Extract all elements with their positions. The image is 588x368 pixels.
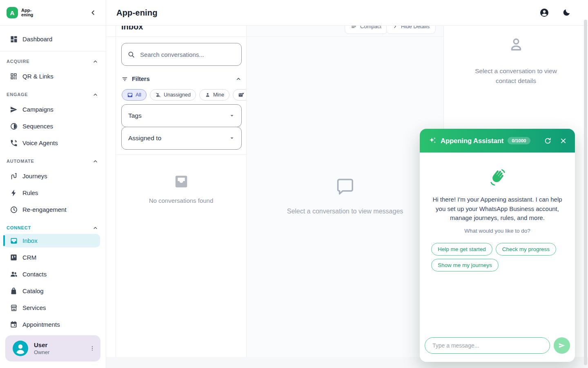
sidebar-item-inbox[interactable]: Inbox xyxy=(3,234,100,247)
chevron-up-icon xyxy=(92,58,98,65)
person-off-icon xyxy=(155,92,161,98)
sidebar-item-qr-links[interactable]: QR & Links xyxy=(0,68,106,85)
account-button[interactable] xyxy=(539,7,550,18)
assistant-prompt: What would you like to do? xyxy=(431,228,564,234)
sidebar-item-catalog[interactable]: Catalog xyxy=(0,283,106,299)
sidebar-item-dashboard[interactable]: Dashboard xyxy=(0,31,106,47)
sidebar-item-label: Re-engagement xyxy=(22,206,67,213)
bolt-icon xyxy=(10,189,18,197)
sidebar-divider xyxy=(0,51,106,52)
sidebar-section-engage[interactable]: ENGAGE xyxy=(0,90,106,99)
chip-label: Mine xyxy=(213,92,224,98)
filter-icon xyxy=(121,76,128,83)
person-icon xyxy=(205,92,211,98)
search-box xyxy=(121,43,242,66)
messages-panel: Compact Hide Details Select a conversati… xyxy=(247,26,444,357)
assistant-widget: Appening Assistant 0/1000 xyxy=(420,129,575,362)
assistant-body: Hi there! I'm your Appening assistant. I… xyxy=(420,153,575,332)
chip-label: All xyxy=(136,92,141,98)
toolbar-divider xyxy=(106,36,444,37)
messages-empty-state: Select a conversation to view messages xyxy=(247,175,443,215)
user-role: Owner xyxy=(34,349,49,355)
suggestion-show-journeys[interactable]: Show me my journeys xyxy=(431,259,499,272)
assistant-message-input[interactable] xyxy=(425,337,550,354)
waving-hand-icon xyxy=(487,167,508,188)
suggestion-check-progress[interactable]: Check my progress xyxy=(496,243,556,256)
filter-chip-mine[interactable]: Mine xyxy=(199,89,229,101)
inbox-list-panel: Inbox Filters xyxy=(116,26,247,357)
clock-icon xyxy=(10,206,18,214)
sidebar-item-label: Campaigns xyxy=(22,106,53,113)
inbox-panel-title: Inbox xyxy=(121,26,143,31)
filter-chip-all[interactable]: All xyxy=(122,89,147,101)
sidebar-item-label: Voice Agents xyxy=(22,139,58,146)
filters-header[interactable]: Filters xyxy=(121,74,242,84)
sidebar-section-automate[interactable]: AUTOMATE xyxy=(0,157,106,166)
user-name: User xyxy=(34,341,49,348)
sidebar-item-crm[interactable]: CRM xyxy=(0,249,106,266)
storefront-icon xyxy=(10,304,18,312)
filters-label: Filters xyxy=(132,76,150,82)
chevron-left-icon xyxy=(89,9,97,16)
assistant-title: Appening Assistant xyxy=(441,137,503,145)
scrollbar-thumb[interactable] xyxy=(584,20,587,365)
sidebar-item-sequences[interactable]: Sequences xyxy=(0,118,106,135)
assistant-close-button[interactable] xyxy=(559,136,568,145)
sidebar: A App- ening Dashboard ACQUIRE xyxy=(0,0,106,368)
tags-select[interactable]: Tags xyxy=(121,104,242,127)
theme-toggle-button[interactable] xyxy=(561,7,572,18)
conversations-empty-text: No conversations found xyxy=(116,197,246,204)
sidebar-item-re-engagement[interactable]: Re-engagement xyxy=(0,201,106,218)
caret-down-icon xyxy=(229,113,235,119)
chevron-up-icon xyxy=(92,92,98,98)
sidebar-item-rules[interactable]: Rules xyxy=(0,184,106,201)
send-icon xyxy=(558,341,566,350)
sidebar-item-services[interactable]: Services xyxy=(0,299,106,316)
sidebar-section-acquire[interactable]: ACQUIRE xyxy=(0,57,106,66)
filters-bottom-divider xyxy=(116,154,246,155)
app-window: A App- ening Dashboard ACQUIRE xyxy=(0,0,588,368)
filter-chips-row: All Unassigned Mine xyxy=(122,89,247,101)
suggestion-help-get-started[interactable]: Help me get started xyxy=(431,243,492,256)
filter-chip-unassigned[interactable]: Unassigned xyxy=(150,89,196,101)
user-menu-button[interactable] xyxy=(87,343,97,353)
caret-down-icon xyxy=(229,135,235,141)
refresh-icon xyxy=(544,137,552,145)
user-card[interactable]: User Owner xyxy=(5,335,100,361)
top-bar: App-ening xyxy=(106,0,588,26)
assistant-footer xyxy=(420,332,575,362)
search-conversations-input[interactable] xyxy=(139,51,233,58)
route-icon xyxy=(10,172,18,180)
chevron-up-icon[interactable] xyxy=(235,76,242,82)
sidebar-item-voice-agents[interactable]: Voice Agents xyxy=(0,135,106,151)
chevron-up-icon xyxy=(92,225,98,231)
sidebar-collapse-button[interactable] xyxy=(88,7,98,18)
sidebar-item-label: QR & Links xyxy=(22,73,53,80)
sidebar-item-label: Rules xyxy=(22,189,38,196)
details-empty-line2: contact details xyxy=(444,76,588,86)
mail-unread-icon xyxy=(238,92,244,98)
sidebar-item-label: Catalog xyxy=(22,287,44,294)
sidebar-item-label: Appointments xyxy=(22,321,60,328)
user-avatar xyxy=(13,341,28,356)
person-outline-icon xyxy=(444,36,588,55)
tags-select-label: Tags xyxy=(128,112,142,119)
sidebar-header: A App- ening xyxy=(0,0,106,26)
sidebar-item-label: Dashboard xyxy=(22,36,52,43)
sidebar-item-appointments[interactable]: Appointments xyxy=(0,316,106,332)
chat-bubble-icon xyxy=(247,175,443,198)
assigned-to-select[interactable]: Assigned to xyxy=(121,127,242,150)
filter-chip-unread[interactable]: Unread xyxy=(233,89,247,101)
assistant-refresh-button[interactable] xyxy=(543,136,552,145)
sidebar-item-campaigns[interactable]: Campaigns xyxy=(0,101,106,118)
sidebar-item-contacts[interactable]: Contacts xyxy=(0,266,106,283)
details-empty-line1: Select a conversation to view xyxy=(444,66,588,76)
kanban-icon xyxy=(10,254,18,262)
sidebar-section-connect[interactable]: CONNECT xyxy=(0,223,106,232)
app-logo-text: App- ening xyxy=(21,8,33,17)
sidebar-item-journeys[interactable]: Journeys xyxy=(0,168,106,184)
calendar-icon xyxy=(10,321,18,329)
details-empty-text: Select a conversation to view contact de… xyxy=(444,66,588,86)
chip-label: Unassigned xyxy=(164,92,191,98)
send-button[interactable] xyxy=(554,337,570,354)
